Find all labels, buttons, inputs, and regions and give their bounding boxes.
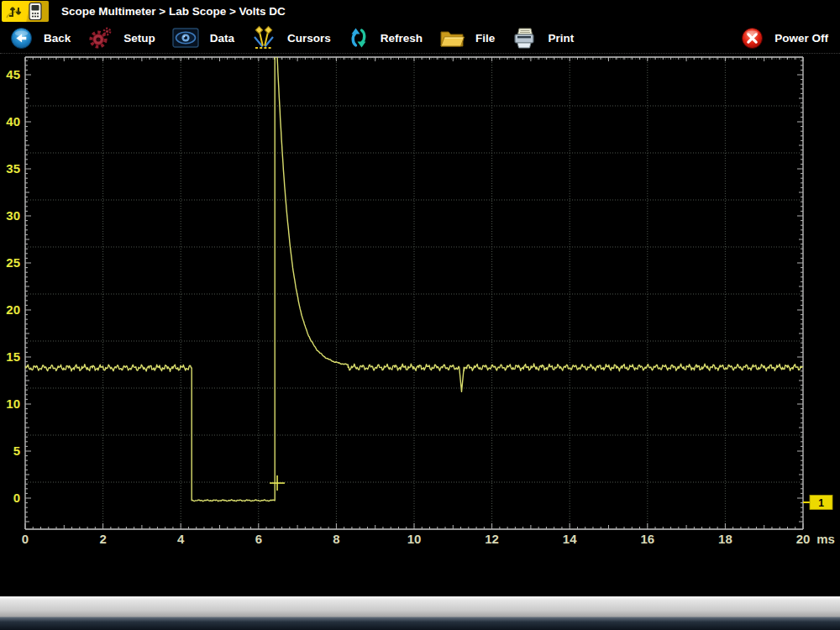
data-button[interactable]: Data bbox=[172, 27, 234, 49]
svg-text:10: 10 bbox=[407, 532, 422, 544]
cursors-label: Cursors bbox=[287, 32, 331, 45]
grid-lines bbox=[25, 57, 803, 529]
power-off-button[interactable]: Power Off bbox=[741, 27, 828, 50]
data-eye-icon bbox=[172, 27, 199, 49]
trigger-cursor[interactable] bbox=[270, 475, 285, 491]
svg-text:8: 8 bbox=[333, 532, 339, 544]
playback-controls: 00:05:242 bbox=[0, 544, 840, 596]
refresh-label: Refresh bbox=[381, 32, 423, 45]
svg-text:20: 20 bbox=[796, 532, 811, 544]
system-taskbar: No Active Vehicle bbox=[0, 596, 840, 630]
axis-labels: 45403530252015105002468101214161820ms bbox=[6, 67, 835, 544]
svg-text:ms: ms bbox=[816, 532, 835, 544]
title-bar: Scope Multimeter > Lab Scope > Volts DC bbox=[0, 0, 840, 23]
scope-display[interactable]: 45403530252015105002468101214161820ms 1 bbox=[0, 54, 840, 544]
cursors-icon bbox=[251, 25, 276, 50]
scope-multimeter-icon bbox=[2, 1, 49, 22]
svg-text:0: 0 bbox=[13, 491, 20, 505]
print-button[interactable]: Print bbox=[512, 27, 574, 50]
svg-text:0: 0 bbox=[22, 532, 29, 544]
setup-label: Setup bbox=[123, 32, 155, 45]
power-off-icon bbox=[741, 27, 764, 50]
setup-gear-icon bbox=[87, 25, 113, 50]
app-window: Scope Multimeter > Lab Scope > Volts DC … bbox=[0, 0, 840, 630]
setup-button[interactable]: Setup bbox=[87, 25, 155, 50]
back-icon bbox=[10, 27, 33, 50]
svg-text:5: 5 bbox=[13, 444, 20, 458]
data-label: Data bbox=[210, 32, 234, 45]
back-button[interactable]: Back bbox=[10, 27, 71, 50]
file-folder-icon bbox=[439, 28, 465, 49]
svg-text:10: 10 bbox=[6, 396, 20, 411]
file-label: File bbox=[475, 32, 495, 45]
svg-text:2: 2 bbox=[99, 532, 106, 544]
channel-1-marker[interactable]: 1 bbox=[803, 496, 832, 510]
svg-text:40: 40 bbox=[6, 114, 20, 129]
svg-text:18: 18 bbox=[718, 532, 732, 544]
toolbar: Back Setup bbox=[0, 23, 840, 54]
refresh-button[interactable]: Refresh bbox=[348, 26, 423, 50]
refresh-icon bbox=[348, 26, 370, 50]
svg-text:35: 35 bbox=[6, 161, 20, 176]
print-label: Print bbox=[548, 32, 574, 45]
scope-plot[interactable]: 45403530252015105002468101214161820ms 1 bbox=[0, 54, 840, 544]
cursors-button[interactable]: Cursors bbox=[251, 25, 331, 50]
file-button[interactable]: File bbox=[439, 28, 495, 49]
svg-text:45: 45 bbox=[6, 67, 20, 81]
back-label: Back bbox=[44, 32, 71, 45]
svg-text:4: 4 bbox=[177, 532, 185, 544]
svg-text:25: 25 bbox=[6, 255, 20, 270]
print-icon bbox=[512, 27, 537, 50]
svg-text:12: 12 bbox=[485, 532, 499, 544]
svg-text:1: 1 bbox=[818, 497, 824, 509]
svg-text:15: 15 bbox=[6, 349, 20, 364]
svg-text:6: 6 bbox=[255, 532, 262, 544]
svg-text:14: 14 bbox=[563, 532, 577, 544]
svg-text:16: 16 bbox=[640, 532, 654, 544]
svg-text:30: 30 bbox=[6, 208, 20, 223]
breadcrumb: Scope Multimeter > Lab Scope > Volts DC bbox=[61, 5, 286, 18]
svg-text:20: 20 bbox=[6, 302, 20, 317]
power-off-label: Power Off bbox=[774, 32, 828, 45]
